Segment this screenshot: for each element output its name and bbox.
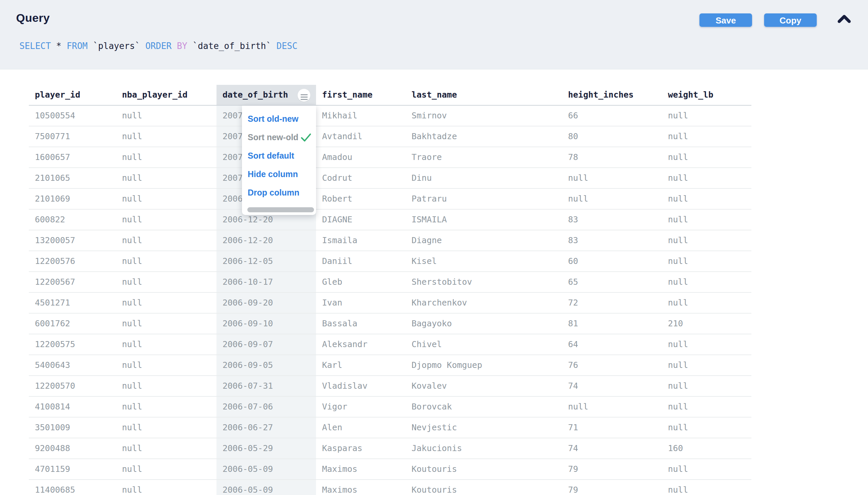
- table-cell: 2101069: [29, 189, 116, 209]
- save-button[interactable]: Save: [699, 13, 752, 27]
- table-cell: 2006-12-05: [216, 251, 316, 271]
- table-row: 4100814null2006-07-06VigorBorovcaknullnu…: [29, 397, 751, 417]
- table-cell: 2006-07-06: [216, 397, 316, 417]
- table-cell: null: [116, 189, 216, 209]
- table-cell: 2006-05-09: [216, 480, 316, 495]
- table-cell: 2006-12-20: [216, 231, 316, 251]
- table-row: 6001762null2006-09-10BassalaBagayoko8121…: [29, 313, 751, 334]
- sql-token: ORDER: [145, 41, 172, 51]
- table-cell: 72: [562, 293, 662, 313]
- table-body: 10500554null2007MikhailSmirnov66null7500…: [29, 106, 751, 495]
- column-header-date_of_birth[interactable]: date_of_birth: [216, 85, 316, 105]
- column-header-last_name[interactable]: last_name: [406, 85, 562, 105]
- table-cell: 1600657: [29, 147, 116, 167]
- table-cell: Smirnov: [406, 106, 562, 126]
- menu-item-drop-column[interactable]: Drop column: [242, 184, 316, 202]
- menu-item-sort-old-new[interactable]: Sort old-new: [242, 110, 316, 128]
- table-cell: Mikhail: [316, 106, 406, 126]
- table-cell: Aleksandr: [316, 334, 406, 355]
- table-cell: 66: [562, 106, 662, 126]
- menu-item-label: Drop column: [248, 188, 299, 198]
- table-cell: 74: [562, 376, 662, 396]
- table-cell: null: [116, 168, 216, 188]
- table-cell: 12200567: [29, 272, 116, 292]
- menu-item-hide-column[interactable]: Hide column: [242, 165, 316, 184]
- table-cell: Djopmo Komguep: [406, 355, 562, 375]
- table-cell: null: [116, 126, 216, 147]
- table-cell: 80: [562, 126, 662, 147]
- table-cell: Dinu: [406, 168, 562, 188]
- table-cell: null: [662, 334, 751, 355]
- table-cell: 10500554: [29, 106, 116, 126]
- column-header-player_id[interactable]: player_id: [29, 85, 116, 105]
- table-header-row: player_idnba_player_iddate_of_birthfirst…: [29, 85, 751, 106]
- column-header-height_inches[interactable]: height_inches: [562, 85, 662, 105]
- table-cell: Karl: [316, 355, 406, 375]
- table-cell: Bagayoko: [406, 313, 562, 334]
- column-menu-button[interactable]: [298, 89, 310, 102]
- table-cell: 5400643: [29, 355, 116, 375]
- table-cell: null: [662, 397, 751, 417]
- table-cell: Koutouris: [406, 480, 562, 495]
- table-cell: null: [662, 417, 751, 438]
- table-cell: 64: [562, 334, 662, 355]
- table-cell: null: [116, 293, 216, 313]
- table-row: 4501271null2006-09-20IvanKharchenkov72nu…: [29, 293, 751, 313]
- chevron-up-icon: [836, 12, 853, 27]
- table-row: 2101069null2006RobertPatrarunullnull: [29, 189, 751, 210]
- hamburger-icon-bar: [301, 94, 308, 95]
- table-row: 12200567null2006-10-17GlebSherstobitov65…: [29, 272, 751, 293]
- table-row: 600822null2006-12-20DIAGNEISMAILA83null: [29, 210, 751, 231]
- table-cell: Amadou: [316, 147, 406, 167]
- menu-scrollbar[interactable]: [247, 207, 314, 212]
- sql-token: BY: [177, 41, 187, 51]
- table-cell: null: [662, 210, 751, 230]
- column-header-nba_player_id[interactable]: nba_player_id: [116, 85, 216, 105]
- table-cell: Patraru: [406, 189, 562, 209]
- table-cell: Diagne: [406, 231, 562, 251]
- table-row: 12200570null2006-07-31VladislavKovalev74…: [29, 376, 751, 397]
- column-header-weight_lb[interactable]: weight_lb: [662, 85, 751, 105]
- table-cell: null: [116, 417, 216, 438]
- collapse-panel-button[interactable]: [836, 12, 853, 27]
- table-cell: DIAGNE: [316, 210, 406, 230]
- table-cell: 12200570: [29, 376, 116, 396]
- table-cell: Kasparas: [316, 438, 406, 458]
- table-row: 2101065null2007CodrutDinunullnull: [29, 168, 751, 189]
- table-cell: null: [662, 251, 751, 271]
- table-cell: Ivan: [316, 293, 406, 313]
- table-cell: Borovcak: [406, 397, 562, 417]
- table-cell: 2101065: [29, 168, 116, 188]
- sql-token: DESC: [277, 41, 298, 51]
- menu-item-sort-new-old[interactable]: Sort new-old: [242, 128, 316, 147]
- table-cell: 83: [562, 231, 662, 251]
- table-row: 1600657null2007AmadouTraore78null: [29, 147, 751, 168]
- copy-button[interactable]: Copy: [764, 13, 817, 27]
- table-cell: 71: [562, 417, 662, 438]
- table-cell: null: [116, 355, 216, 375]
- table-cell: 12200575: [29, 334, 116, 355]
- menu-item-label: Sort new-old: [248, 133, 298, 142]
- sql-token: `date_of_birth`: [187, 41, 277, 51]
- table-cell: 7500771: [29, 126, 116, 147]
- table-cell: 11400685: [29, 480, 116, 495]
- table-cell: null: [662, 459, 751, 479]
- column-header-first_name[interactable]: first_name: [316, 85, 406, 105]
- table-cell: Kisel: [406, 251, 562, 271]
- table-cell: null: [116, 272, 216, 292]
- column-menu: Sort old-newSort new-oldSort defaultHide…: [242, 106, 316, 215]
- table-cell: Koutouris: [406, 459, 562, 479]
- table-cell: Vladislav: [316, 376, 406, 396]
- table-cell: null: [662, 189, 751, 209]
- table-cell: null: [662, 231, 751, 251]
- menu-item-label: Sort default: [248, 151, 294, 161]
- table-cell: 2006-05-29: [216, 438, 316, 458]
- menu-item-sort-default[interactable]: Sort default: [242, 147, 316, 165]
- table-cell: null: [562, 189, 662, 209]
- table-cell: null: [662, 168, 751, 188]
- table-cell: Robert: [316, 189, 406, 209]
- table-cell: null: [662, 147, 751, 167]
- menu-item-label: Sort old-new: [248, 114, 298, 124]
- table-cell: 78: [562, 147, 662, 167]
- table-cell: 2006-07-31: [216, 376, 316, 396]
